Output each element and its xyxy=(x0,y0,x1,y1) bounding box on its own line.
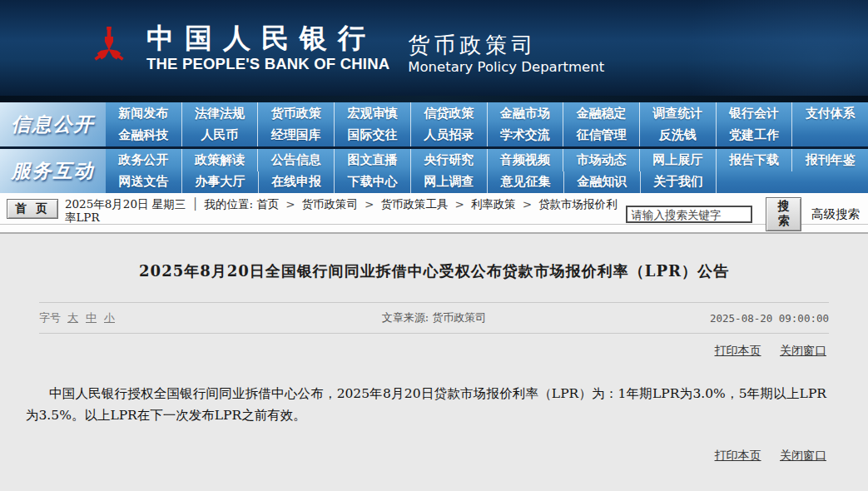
nav-item[interactable]: 货币政策 xyxy=(257,102,334,125)
nav-item[interactable]: 金融稳定 xyxy=(563,102,639,125)
article-datetime: 2025-08-20 09:00:00 xyxy=(597,312,829,325)
breadcrumb-separator: > xyxy=(523,197,532,211)
nav-menu-row: 政务公开政策解读公告信息图文直播央行研究音频视频市场动态网上展厅报告下载报刊年鉴 xyxy=(106,149,868,171)
nav-item[interactable]: 金融知识 xyxy=(563,171,640,194)
nav-item[interactable]: 新闻发布 xyxy=(106,102,181,125)
nav-item[interactable]: 网送文告 xyxy=(106,171,181,194)
nav-item[interactable]: 信贷政策 xyxy=(410,102,487,125)
nav-section: 信息公开新闻发布法律法规货币政策宏观审慎信贷政策金融市场金融稳定调查统计银行会计… xyxy=(0,102,868,146)
article: 2025年8月20日全国银行间同业拆借中心受权公布贷款市场报价利率（LPR）公告… xyxy=(0,234,868,464)
nav-menu-row: 新闻发布法律法规货币政策宏观审慎信贷政策金融市场金融稳定调查统计银行会计支付体系 xyxy=(106,102,868,125)
breadcrumb-toolbar: 首 页 2025年8月20日 星期三│我的位置: 首页>货币政策司>货币政策工具… xyxy=(0,193,868,225)
nav-item[interactable]: 经理国库 xyxy=(257,125,334,147)
nav-top-strip xyxy=(0,96,868,102)
nav-menu-rows: 政务公开政策解读公告信息图文直播央行研究音频视频市场动态网上展厅报告下载报刊年鉴… xyxy=(106,149,868,193)
nav-item-empty xyxy=(716,171,792,194)
nav-item-empty xyxy=(791,125,868,147)
nav-item[interactable]: 人员招录 xyxy=(410,125,487,147)
nav-item[interactable]: 图文直播 xyxy=(334,149,410,171)
home-button[interactable]: 首 页 xyxy=(7,199,58,219)
department-name-en: Monetary Policy Department xyxy=(408,59,604,75)
article-body: 中国人民银行授权全国银行间同业拆借中心公布，2025年8月20日贷款市场报价利率… xyxy=(26,383,826,426)
department-name-cn: 货币政策司 xyxy=(408,33,604,57)
nav-item[interactable]: 征信管理 xyxy=(563,125,639,147)
pipe-separator: │ xyxy=(191,197,198,211)
breadcrumb: 2025年8月20日 星期三│我的位置: 首页>货币政策司>货币政策工具>利率政… xyxy=(65,196,627,224)
nav-menu-row: 金融科技人民币经理国库国际交往人员招录学术交流征信管理反洗钱党建工作 xyxy=(106,125,868,147)
article-source: 文章来源: 货币政策司 xyxy=(271,310,597,325)
nav-item[interactable]: 学术交流 xyxy=(487,125,563,147)
search-input[interactable] xyxy=(626,206,752,223)
nav-menu-row: 网送文告办事大厅在线申报下载中心网上调查意见征集金融知识关于我们 xyxy=(106,171,868,194)
bank-name-en: THE PEOPLE'S BANK OF CHINA xyxy=(146,55,389,73)
bank-name-cn: 中国人民银行 xyxy=(146,23,389,53)
search-button[interactable]: 搜索 xyxy=(766,197,801,231)
nav-item[interactable]: 调查统计 xyxy=(639,102,716,125)
font-size-control: 字号 大中小 xyxy=(39,310,271,325)
breadcrumb-item[interactable]: 货币政策工具 xyxy=(380,197,448,211)
nav-item[interactable]: 金融科技 xyxy=(106,125,181,147)
print-page-link[interactable]: 打印本页 xyxy=(715,344,761,357)
nav-item[interactable]: 党建工作 xyxy=(716,125,792,147)
print-page-link[interactable]: 打印本页 xyxy=(715,449,761,462)
nav-item[interactable]: 政策解读 xyxy=(181,149,258,171)
nav-item[interactable]: 反洗钱 xyxy=(639,125,716,147)
breadcrumb-separator: > xyxy=(454,197,464,211)
article-title: 2025年8月20日全国银行间同业拆借中心受权公布贷款市场报价利率（LPR）公告 xyxy=(0,234,868,281)
nav-item[interactable]: 关于我们 xyxy=(640,171,717,194)
nav-item[interactable]: 报告下载 xyxy=(716,149,792,171)
search-area: 搜索 高级搜索 xyxy=(626,196,860,231)
breadcrumb-item[interactable]: 货币政策司 xyxy=(302,197,359,211)
nav-item[interactable]: 报刊年鉴 xyxy=(791,149,868,171)
nav-item[interactable]: 宏观审慎 xyxy=(334,102,410,125)
nav-item[interactable]: 政务公开 xyxy=(106,149,181,171)
nav-item[interactable]: 音频视频 xyxy=(487,149,563,171)
nav-item[interactable]: 银行会计 xyxy=(716,102,792,125)
bank-brand[interactable]: 中国人民银行 THE PEOPLE'S BANK OF CHINA xyxy=(146,23,389,73)
article-meta-bar: 字号 大中小 文章来源: 货币政策司 2025-08-20 09:00:00 xyxy=(39,302,829,334)
nav-item[interactable]: 央行研究 xyxy=(410,149,487,171)
location-label: 我的位置: 首页 xyxy=(204,197,279,211)
header-watermark xyxy=(649,0,868,96)
nav-item[interactable]: 市场动态 xyxy=(563,149,639,171)
nav-item[interactable]: 国际交往 xyxy=(334,125,410,147)
nav-item[interactable]: 支付体系 xyxy=(791,102,868,125)
main-nav: 信息公开新闻发布法律法规货币政策宏观审慎信贷政策金融市场金融稳定调查统计银行会计… xyxy=(0,96,868,193)
breadcrumb-item[interactable]: 利率政策 xyxy=(471,197,516,211)
nav-item[interactable]: 金融市场 xyxy=(487,102,563,125)
nav-item[interactable]: 公告信息 xyxy=(257,149,334,171)
nav-item[interactable]: 在线申报 xyxy=(258,171,335,194)
advanced-search-link[interactable]: 高级搜索 xyxy=(811,206,860,222)
nav-item[interactable]: 下载中心 xyxy=(334,171,410,194)
pboc-logo-icon[interactable] xyxy=(90,16,128,81)
font-size-label: 字号 xyxy=(39,310,61,325)
close-window-link[interactable]: 关闭窗口 xyxy=(780,449,826,462)
article-actions-bottom: 打印本页 关闭窗口 xyxy=(0,449,826,464)
department-brand[interactable]: 货币政策司 Monetary Policy Department xyxy=(408,33,604,75)
nav-section: 服务互动政务公开政策解读公告信息图文直播央行研究音频视频市场动态网上展厅报告下载… xyxy=(0,149,868,193)
current-date: 2025年8月20日 星期三 xyxy=(65,197,186,211)
nav-item[interactable]: 意见征集 xyxy=(487,171,563,194)
site-header: 中国人民银行 THE PEOPLE'S BANK OF CHINA 货币政策司 … xyxy=(0,0,868,96)
nav-item-empty xyxy=(792,171,868,194)
nav-section-label[interactable]: 信息公开 xyxy=(0,102,106,146)
nav-item[interactable]: 办事大厅 xyxy=(181,171,258,194)
nav-item[interactable]: 网上调查 xyxy=(410,171,487,194)
nav-section-label[interactable]: 服务互动 xyxy=(0,149,106,193)
nav-item[interactable]: 网上展厅 xyxy=(639,149,716,171)
article-actions-top: 打印本页 关闭窗口 xyxy=(0,344,826,359)
breadcrumb-separator: > xyxy=(365,197,374,211)
breadcrumb-separator: > xyxy=(285,197,295,211)
font-size-option[interactable]: 中 xyxy=(86,311,97,324)
nav-menu-rows: 新闻发布法律法规货币政策宏观审慎信贷政策金融市场金融稳定调查统计银行会计支付体系… xyxy=(106,102,868,146)
font-size-option[interactable]: 大 xyxy=(67,311,78,324)
nav-item[interactable]: 人民币 xyxy=(181,125,258,147)
close-window-link[interactable]: 关闭窗口 xyxy=(780,344,826,357)
font-size-option[interactable]: 小 xyxy=(104,311,115,324)
nav-item[interactable]: 法律法规 xyxy=(181,102,258,125)
